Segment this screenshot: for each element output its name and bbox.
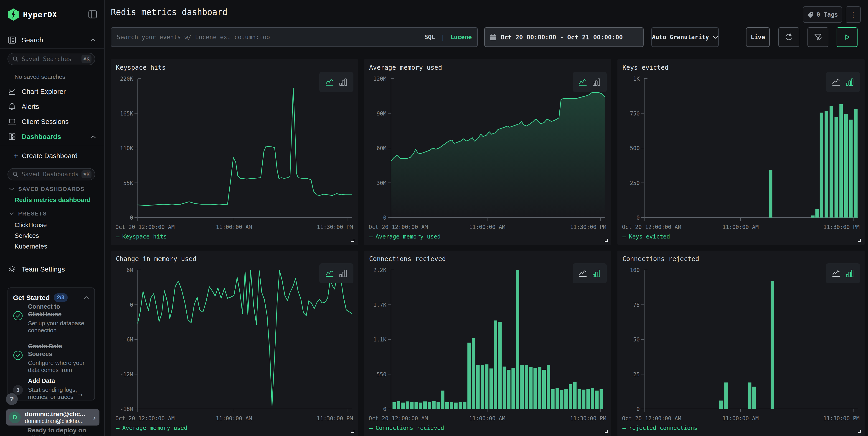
section-saved-dashboards[interactable]: SAVED DASHBOARDS: [9, 186, 85, 192]
line-chart-icon[interactable]: [831, 77, 841, 87]
svg-text:120M: 120M: [373, 76, 386, 82]
saved-searches-input[interactable]: Saved Searches ⌘K: [7, 53, 95, 65]
bar-chart-icon[interactable]: [338, 77, 348, 87]
user-menu[interactable]: D dominic.tran@clic... dominic.tran@clic…: [6, 409, 99, 426]
granularity-select[interactable]: Auto Granularity: [651, 27, 719, 47]
svg-text:0: 0: [383, 406, 386, 412]
chart-plot: 2.2K1.7K1.1K5500Oct 20 12:00:00 AM11:00:…: [364, 263, 611, 427]
resize-handle[interactable]: [351, 239, 354, 242]
toggle-divider: |: [441, 34, 445, 40]
chevron-right-icon: ›: [93, 413, 96, 422]
sidebar-item-label: Client Sessions: [22, 118, 69, 125]
user-email: dominic.tran@clickho...: [25, 418, 93, 425]
svg-text:100: 100: [630, 267, 640, 273]
query-language-toggle[interactable]: SQL | Lucene: [425, 34, 472, 40]
chart-legend[interactable]: — Connections recieved: [369, 425, 444, 431]
sidebar-item-alerts[interactable]: Alerts: [0, 100, 105, 113]
saved-dashboards-input[interactable]: Saved Dashboards ⌘K: [7, 168, 95, 180]
svg-text:6M: 6M: [127, 267, 133, 273]
sidebar-collapse-icon[interactable]: [88, 10, 97, 19]
preset-kubernetes[interactable]: Kubernetes: [14, 243, 47, 250]
get-started-step-datasources[interactable]: Create Data Sources Configure where your…: [13, 343, 90, 374]
live-button[interactable]: Live: [746, 27, 770, 47]
legend-marker: —: [116, 233, 120, 240]
step-title: Connect to ClickHouse: [28, 303, 85, 318]
chart-title: Connections rejected: [622, 255, 699, 263]
clickhouse-cloud-promo: Ready to deploy on ClickHouse Cloud?: [27, 427, 86, 436]
refresh-button[interactable]: [778, 27, 799, 47]
sidebar-item-team-settings[interactable]: Team Settings: [0, 263, 105, 275]
section-presets[interactable]: PRESETS: [9, 210, 47, 217]
preset-services[interactable]: Services: [14, 232, 39, 239]
line-chart-icon[interactable]: [324, 268, 335, 279]
bar-chart-icon[interactable]: [591, 268, 601, 279]
saved-dashboard-redis[interactable]: Redis metrics dashboard: [14, 196, 91, 204]
svg-text:90M: 90M: [377, 111, 386, 117]
svg-text:250: 250: [630, 180, 640, 186]
chart-legend[interactable]: — Average memory used: [116, 425, 187, 431]
sidebar-item-search[interactable]: Search: [0, 34, 105, 47]
sidebar-item-label: Alerts: [22, 103, 39, 111]
chevron-down-icon: [713, 35, 718, 39]
more-menu-button[interactable]: ⋮: [846, 6, 861, 23]
get-started-header[interactable]: Get Started 2/3: [13, 293, 89, 302]
sql-toggle[interactable]: SQL: [425, 34, 435, 40]
resize-handle[interactable]: [605, 239, 608, 242]
lucene-toggle[interactable]: Lucene: [451, 34, 472, 40]
resize-handle[interactable]: [858, 239, 861, 242]
sidebar-item-label: Chart Explorer: [22, 88, 66, 95]
svg-text:60M: 60M: [377, 145, 386, 151]
line-chart-icon[interactable]: [831, 268, 841, 279]
sidebar-item-label: Dashboards: [22, 133, 61, 141]
svg-text:750: 750: [630, 111, 640, 117]
legend-marker: —: [622, 233, 626, 240]
play-button[interactable]: [837, 27, 858, 47]
resize-handle[interactable]: [858, 430, 861, 433]
chart-legend[interactable]: — Keys evicted: [622, 233, 670, 240]
resize-handle[interactable]: [605, 430, 608, 433]
chart-panel-connections-rejected: Connections rejected 1007550250Oct 20 12…: [617, 251, 865, 436]
event-search-input[interactable]: Search your events w/ Lucene ex. column:…: [111, 27, 478, 47]
bar-chart-icon[interactable]: [591, 77, 601, 87]
sidebar-item-chart-explorer[interactable]: Chart Explorer: [0, 85, 105, 98]
search-icon: [12, 171, 19, 177]
bar-chart-icon[interactable]: [845, 268, 855, 279]
svg-text:50: 50: [633, 337, 640, 343]
svg-text:165K: 165K: [120, 111, 133, 117]
chart-legend[interactable]: — rejected connections: [622, 425, 697, 431]
saved-searches-placeholder: Saved Searches: [22, 56, 82, 62]
hyperdx-app: HyperDX Search: [0, 0, 868, 436]
svg-text:Oct 20 12:00:00 AM: Oct 20 12:00:00 AM: [369, 415, 428, 422]
tags-button-label: 0 Tags: [816, 11, 838, 18]
filter-button[interactable]: [807, 27, 828, 47]
chart-legend[interactable]: — Average memory used: [369, 233, 441, 240]
help-button[interactable]: ?: [6, 393, 18, 405]
svg-text:Oct 20 12:00:00 AM: Oct 20 12:00:00 AM: [622, 415, 681, 422]
get-started-step-add-data[interactable]: 3 Add Data Start sending logs, metrics, …: [13, 377, 90, 401]
dots-vertical-icon: ⋮: [850, 11, 857, 19]
chart-title: Connections recieved: [369, 255, 446, 263]
get-started-step-connect[interactable]: Connect to ClickHouse Set up your databa…: [13, 303, 90, 334]
date-range-value: Oct 20 00:00:00 - Oct 21 00:00:00: [501, 34, 623, 41]
date-range-picker[interactable]: Oct 20 00:00:00 - Oct 21 00:00:00: [484, 27, 644, 47]
chart-plot: 6M0-6M-12M-18MOct 20 12:00:00 AM11:00:00…: [111, 263, 358, 427]
chart-plot: 1007550250Oct 20 12:00:00 AM11:00:00 AM1…: [617, 263, 865, 427]
preset-clickhouse[interactable]: ClickHouse: [14, 222, 47, 229]
tags-button[interactable]: 0 Tags: [803, 6, 842, 23]
bar-chart-icon[interactable]: [845, 77, 855, 87]
user-name: dominic.tran@clic...: [25, 410, 93, 418]
chart-legend[interactable]: — Keyspace hits: [116, 233, 167, 240]
svg-text:-18M: -18M: [120, 406, 133, 412]
svg-text:0: 0: [130, 214, 133, 221]
chart-panel-average-memory-used: Average memory used 120M90M60M30M0Oct 20…: [364, 59, 611, 245]
line-chart-icon[interactable]: [578, 268, 588, 279]
create-dashboard-button[interactable]: + Create Dashboard: [14, 151, 78, 160]
sidebar-item-client-sessions[interactable]: Client Sessions: [0, 115, 105, 128]
svg-text:0: 0: [637, 214, 640, 221]
resize-handle[interactable]: [351, 430, 354, 433]
chart-type-toggle: [826, 263, 860, 283]
sidebar-item-dashboards[interactable]: Dashboards: [0, 130, 105, 143]
bar-chart-icon[interactable]: [338, 268, 348, 279]
line-chart-icon[interactable]: [578, 77, 588, 87]
line-chart-icon[interactable]: [324, 77, 335, 87]
